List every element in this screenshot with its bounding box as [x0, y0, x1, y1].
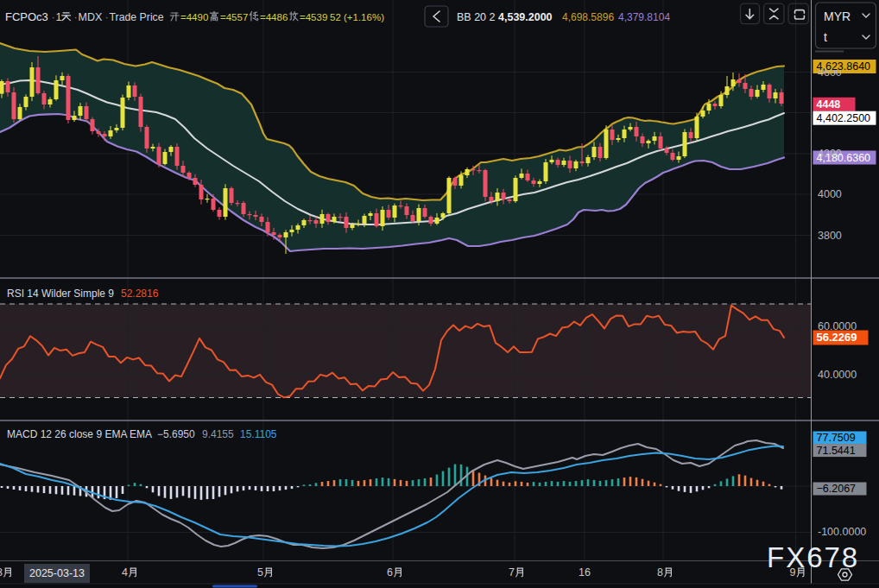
svg-text:15.1105: 15.1105	[240, 428, 277, 440]
svg-text:-100.0000: -100.0000	[818, 526, 866, 538]
svg-text:BB 20 2: BB 20 2	[457, 11, 496, 23]
svg-text:4,539.2000: 4,539.2000	[498, 11, 553, 23]
svg-text:8: 8	[657, 566, 663, 579]
svg-text:=4486: =4486	[260, 12, 288, 22]
svg-text:4,623.8640: 4,623.8640	[817, 60, 871, 73]
svg-text:4000: 4000	[818, 188, 842, 200]
svg-text:3: 3	[0, 566, 3, 579]
svg-text:MDX: MDX	[79, 11, 103, 23]
svg-text:=4557: =4557	[220, 12, 248, 22]
svg-text:MACD 12 26 close 9 EMA EMA: MACD 12 26 close 9 EMA EMA	[7, 428, 152, 440]
svg-text:4,379.8104: 4,379.8104	[618, 11, 670, 23]
svg-text:FCPOc3: FCPOc3	[5, 10, 48, 23]
svg-text:5: 5	[257, 566, 263, 579]
svg-text:·: ·	[52, 10, 55, 23]
svg-text:4: 4	[122, 566, 128, 579]
svg-text:40.0000: 40.0000	[818, 369, 857, 381]
svg-text:FX678: FX678	[767, 541, 859, 573]
svg-text:4,402.2500: 4,402.2500	[817, 112, 871, 124]
svg-text:Trade Price: Trade Price	[110, 11, 164, 23]
svg-text:16: 16	[579, 566, 591, 579]
svg-text:−5.6950: −5.6950	[157, 428, 195, 440]
svg-text:2025-03-13: 2025-03-13	[29, 567, 85, 579]
svg-text:·: ·	[74, 10, 78, 23]
svg-text:4,180.6360: 4,180.6360	[817, 152, 871, 164]
svg-text:RSI 14 Wilder Simple 9: RSI 14 Wilder Simple 9	[7, 288, 114, 300]
svg-text:56.2269: 56.2269	[817, 331, 857, 344]
svg-text:t: t	[824, 30, 827, 44]
svg-text:MYR: MYR	[824, 9, 851, 23]
svg-text:52 (+1.16%): 52 (+1.16%)	[330, 12, 384, 22]
svg-text:3800: 3800	[818, 230, 842, 242]
svg-text:7: 7	[509, 566, 515, 579]
svg-text:4,698.5896: 4,698.5896	[562, 11, 614, 23]
svg-text:=4539: =4539	[300, 12, 327, 22]
svg-text:1: 1	[56, 11, 62, 23]
svg-text:9.4155: 9.4155	[202, 428, 234, 440]
svg-text:52.2816: 52.2816	[121, 288, 159, 300]
svg-text:=4490: =4490	[180, 12, 208, 22]
svg-text:·: ·	[105, 10, 109, 23]
svg-text:6: 6	[387, 566, 393, 579]
svg-text:71.5441: 71.5441	[817, 445, 856, 457]
svg-text:77.7509: 77.7509	[817, 432, 856, 444]
svg-text:4448: 4448	[817, 98, 841, 111]
svg-text:−6.2067: −6.2067	[817, 483, 857, 495]
